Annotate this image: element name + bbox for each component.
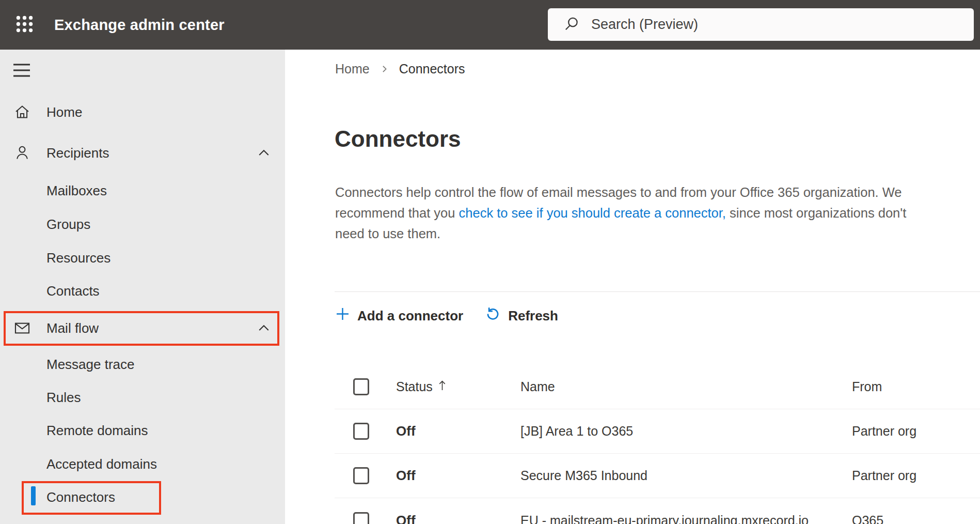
hamburger-icon xyxy=(13,71,30,79)
sidebar-item-mailboxes[interactable]: Mailboxes xyxy=(0,174,285,207)
app-launcher-button[interactable] xyxy=(7,0,41,50)
global-search[interactable] xyxy=(548,8,974,41)
sidebar-item-rules[interactable]: Rules xyxy=(0,381,285,414)
add-connector-button[interactable]: Add a connector xyxy=(335,306,463,325)
search-icon xyxy=(563,16,580,34)
select-all-checkbox[interactable] xyxy=(353,378,369,395)
column-header-name[interactable]: Name xyxy=(520,379,852,394)
table-row[interactable]: Off EU - mailstream-eu-primary.journalin… xyxy=(335,498,980,524)
name-cell[interactable]: EU - mailstream-eu-primary.journaling.mx… xyxy=(520,513,852,524)
connectors-table: Status Name From Off xyxy=(335,365,980,524)
search-input[interactable] xyxy=(591,8,974,41)
table-row[interactable]: Off [JB] Area 1 to O365 Partner org xyxy=(335,409,980,454)
app-title: Exchange admin center xyxy=(54,0,225,50)
status-cell: Off xyxy=(396,423,520,439)
hamburger-menu-button[interactable] xyxy=(11,62,32,80)
topbar: Exchange admin center xyxy=(0,0,980,50)
name-cell[interactable]: Secure M365 Inbound xyxy=(520,468,852,483)
person-icon xyxy=(13,144,31,162)
column-header-status[interactable]: Status xyxy=(396,379,520,394)
chevron-right-icon xyxy=(379,64,390,74)
sidebar-item-resources[interactable]: Resources xyxy=(0,241,285,274)
create-connector-link[interactable]: check to see if you should create a conn… xyxy=(459,206,726,220)
breadcrumb: Home Connectors xyxy=(335,58,465,80)
sidebar-item-accepted-domains[interactable]: Accepted domains xyxy=(0,448,285,481)
refresh-button[interactable]: Refresh xyxy=(485,306,558,326)
sidebar: Home Recipients Mailboxes Groups Reso xyxy=(0,50,285,524)
from-cell: Partner org xyxy=(852,468,980,483)
description-line1: Connectors help control the flow of emai… xyxy=(335,185,902,199)
status-cell: Off xyxy=(396,513,520,524)
toolbar: Add a connector Refresh xyxy=(335,300,558,332)
breadcrumb-current: Connectors xyxy=(399,61,465,76)
refresh-icon xyxy=(485,306,501,326)
table-row[interactable]: Off Secure M365 Inbound Partner org xyxy=(335,454,980,498)
sidebar-item-groups[interactable]: Groups xyxy=(0,208,285,241)
row-checkbox[interactable] xyxy=(353,467,369,484)
sidebar-item-recipients[interactable]: Recipients xyxy=(0,136,285,169)
sidebar-item-contacts[interactable]: Contacts xyxy=(0,274,285,307)
toolbar-divider xyxy=(335,291,980,292)
exchange-admin-center-window: Exchange admin center xyxy=(0,0,980,524)
column-header-from[interactable]: From xyxy=(852,379,980,394)
table-header-row: Status Name From xyxy=(335,365,980,409)
annotation-box-mail-flow xyxy=(4,311,279,346)
from-cell: Partner org xyxy=(852,424,980,439)
description-line2-pre: recommend that you xyxy=(335,206,459,220)
description-line3: need to use them. xyxy=(335,226,440,241)
name-cell[interactable]: [JB] Area 1 to O365 xyxy=(520,424,852,439)
sort-ascending-icon xyxy=(438,379,447,394)
page-description: Connectors help control the flow of emai… xyxy=(335,182,980,244)
home-icon xyxy=(13,103,31,121)
sidebar-item-remote-domains[interactable]: Remote domains xyxy=(0,414,285,447)
sidebar-item-home[interactable]: Home xyxy=(0,96,285,129)
sidebar-item-message-trace[interactable]: Message trace xyxy=(0,348,285,381)
main-content: Home Connectors Connectors Connectors he… xyxy=(285,50,980,524)
row-checkbox[interactable] xyxy=(353,512,369,524)
status-cell: Off xyxy=(396,468,520,484)
breadcrumb-home[interactable]: Home xyxy=(335,61,370,76)
annotation-box-connectors xyxy=(22,481,161,515)
page-title: Connectors xyxy=(335,126,461,152)
chevron-up-icon[interactable] xyxy=(256,145,272,161)
plus-icon xyxy=(335,306,350,325)
description-line2-post: since most organizations don't xyxy=(726,206,906,220)
from-cell: O365 xyxy=(852,513,980,524)
row-checkbox[interactable] xyxy=(353,423,369,440)
waffle-icon xyxy=(16,16,33,34)
